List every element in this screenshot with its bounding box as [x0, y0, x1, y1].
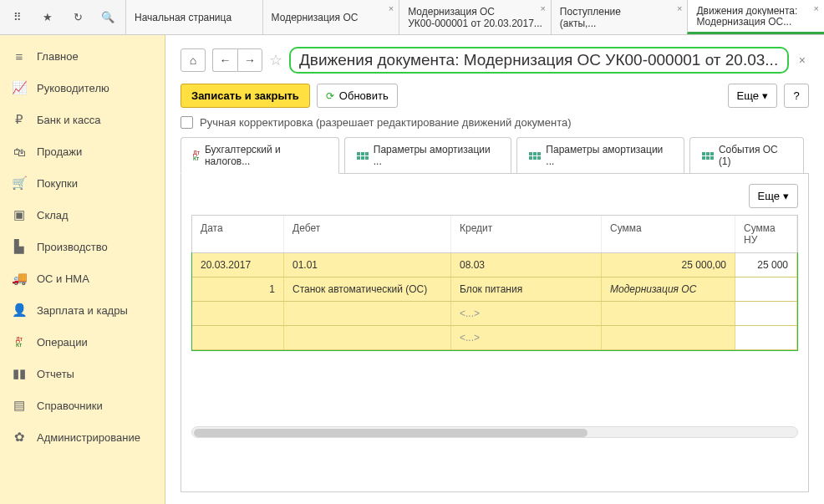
close-icon[interactable]: × — [677, 3, 682, 13]
history-icon[interactable]: ↻ — [70, 10, 85, 25]
grid-icon — [357, 152, 369, 160]
cell-placeholder: <...> — [451, 302, 602, 325]
subtab-amort1[interactable]: Параметры амортизации ... — [344, 137, 512, 173]
scrollbar-thumb[interactable] — [194, 429, 587, 437]
tab-home[interactable]: Начальная страница — [125, 0, 262, 34]
tab-label: Модернизация ОС — [272, 12, 391, 23]
page-title: Движения документа: Модернизация ОС УК00… — [289, 47, 789, 74]
forward-button[interactable]: → — [237, 48, 262, 72]
cell-empty — [192, 326, 284, 349]
help-button[interactable]: ? — [784, 84, 809, 108]
sidebar-item-catalogs[interactable]: ▤Справочники — [0, 389, 165, 421]
ruble-icon: ₽ — [12, 112, 27, 127]
sidebar: ≡Главное 📈Руководителю ₽Банк и касса 🛍Пр… — [0, 35, 165, 504]
tab-movements[interactable]: Движения документа: Модернизация ОС... × — [687, 0, 824, 34]
cell-debit: 01.01 — [284, 253, 451, 277]
apps-icon[interactable]: ⠿ — [10, 10, 25, 25]
more-button[interactable]: Еще▾ — [728, 84, 777, 108]
favorite-icon[interactable]: ☆ — [269, 51, 282, 69]
tab-modernization[interactable]: Модернизация ОС × — [262, 0, 399, 34]
cell-empty — [602, 302, 735, 325]
sidebar-item-reports[interactable]: ▮▮Отчеты — [0, 358, 165, 389]
sidebar-item-bank[interactable]: ₽Банк и касса — [0, 104, 165, 135]
cell-credit: 08.03 — [451, 253, 602, 277]
horizontal-scrollbar[interactable] — [191, 426, 798, 438]
gear-icon: ✿ — [12, 430, 27, 445]
sidebar-item-production[interactable]: ▙Производство — [0, 231, 165, 262]
cell-empty — [284, 326, 451, 349]
folder-icon: ▤ — [12, 398, 27, 413]
table-row[interactable]: 20.03.2017 01.01 08.03 25 000,00 25 000 — [192, 253, 797, 277]
person-icon: 👤 — [12, 303, 27, 318]
refresh-icon: ⟳ — [326, 90, 334, 102]
home-button[interactable]: ⌂ — [181, 48, 206, 72]
dtkt-icon: ДтКт — [12, 334, 27, 349]
cell-empty — [735, 277, 797, 301]
cell-credit-desc: Блок питания — [451, 277, 602, 301]
refresh-button[interactable]: ⟳Обновить — [317, 84, 398, 108]
tab-sublabel: (акты,... — [560, 18, 679, 29]
cell-empty — [192, 302, 284, 325]
subtab-accounting[interactable]: ДтКт Бухгалтерский и налогов... — [181, 137, 339, 174]
col-debit[interactable]: Дебет — [284, 216, 451, 252]
grid-icon — [529, 152, 541, 160]
dtkt-icon: ДтКт — [193, 150, 200, 161]
cell-placeholder: <...> — [451, 326, 602, 349]
sidebar-item-purchases[interactable]: 🛒Покупки — [0, 167, 165, 199]
cell-operation: Модернизация ОС — [602, 277, 735, 301]
tab-label: Начальная страница — [135, 12, 254, 23]
search-icon[interactable]: 🔍 — [100, 10, 115, 25]
manual-edit-checkbox[interactable] — [181, 116, 193, 129]
sidebar-item-admin[interactable]: ✿Администрирование — [0, 421, 165, 453]
sidebar-item-main[interactable]: ≡Главное — [0, 40, 165, 72]
sidebar-item-assets[interactable]: 🚚ОС и НМА — [0, 262, 165, 294]
tab-sublabel: Модернизация ОС... — [696, 16, 816, 27]
close-icon[interactable]: × — [814, 3, 819, 13]
col-credit[interactable]: Кредит — [451, 216, 602, 252]
tab-receipts[interactable]: Поступление (акты,... × — [551, 0, 688, 34]
sidebar-item-operations[interactable]: ДтКтОперации — [0, 326, 165, 358]
sidebar-item-hr[interactable]: 👤Зарплата и кадры — [0, 294, 165, 326]
table-more-button[interactable]: Еще▾ — [749, 184, 798, 208]
cell-sum-nu: 25 000 — [735, 253, 797, 277]
close-icon[interactable]: × — [389, 3, 394, 13]
data-table: Дата Дебет Кредит Сумма Сумма НУ 20.03.2… — [191, 215, 798, 351]
col-sum-nu[interactable]: Сумма НУ — [735, 216, 797, 252]
chevron-down-icon: ▾ — [762, 89, 768, 102]
cell-empty — [284, 302, 451, 325]
cell-date: 20.03.2017 — [192, 253, 284, 277]
sidebar-item-manager[interactable]: 📈Руководителю — [0, 72, 165, 104]
truck-icon: 🚚 — [12, 271, 27, 286]
tab-label: Модернизация ОС — [408, 6, 542, 18]
subtab-events[interactable]: События ОС (1) — [689, 137, 804, 173]
table-row[interactable]: <...> — [192, 326, 797, 350]
bag-icon: 🛍 — [12, 144, 27, 159]
col-sum[interactable]: Сумма — [602, 216, 735, 252]
cell-sum: 25 000,00 — [602, 253, 735, 277]
subtab-amort2[interactable]: Параметры амортизации ... — [516, 137, 684, 173]
chevron-down-icon: ▾ — [783, 190, 789, 202]
tab-label: Поступление — [560, 6, 679, 18]
grid-icon — [702, 152, 714, 160]
manual-edit-label: Ручная корректировка (разрешает редактир… — [200, 116, 572, 129]
sidebar-item-sales[interactable]: 🛍Продажи — [0, 135, 165, 167]
tab-modernization-doc[interactable]: Модернизация ОС УК00-000001 от 20.03.201… — [399, 0, 551, 34]
tab-label: Движения документа: — [696, 5, 816, 16]
cart-icon: 🛒 — [12, 176, 27, 191]
box-icon: ▣ — [12, 207, 27, 222]
close-page-button[interactable]: × — [796, 53, 809, 67]
back-button[interactable]: ← — [212, 48, 237, 72]
table-row[interactable]: <...> — [192, 302, 797, 326]
factory-icon: ▙ — [12, 239, 27, 254]
save-close-button[interactable]: Записать и закрыть — [181, 84, 310, 108]
col-date[interactable]: Дата — [192, 216, 284, 252]
barchart-icon: ▮▮ — [12, 366, 27, 381]
sidebar-item-warehouse[interactable]: ▣Склад — [0, 199, 165, 231]
cell-empty — [735, 302, 797, 325]
star-icon[interactable]: ★ — [40, 10, 55, 25]
chart-up-icon: 📈 — [12, 80, 27, 95]
table-row[interactable]: 1 Станок автоматический (ОС) Блок питани… — [192, 277, 797, 302]
tab-sublabel: УК00-000001 от 20.03.2017... — [408, 18, 542, 29]
cell-row-num: 1 — [192, 277, 284, 301]
close-icon[interactable]: × — [540, 3, 545, 13]
